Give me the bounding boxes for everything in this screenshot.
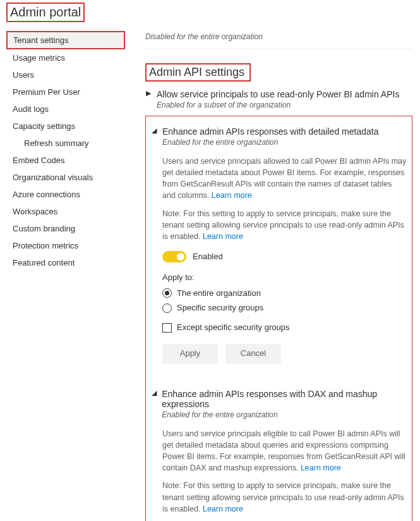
sidebar-item-protection-metrics[interactable]: Protection metrics (6, 237, 125, 254)
checkbox-except-groups[interactable]: Except specific security groups (162, 322, 407, 334)
enabled-toggle[interactable] (162, 251, 186, 262)
checkbox-icon (162, 323, 172, 333)
sidebar-item-refresh-summary[interactable]: Refresh summary (6, 135, 125, 152)
radio-icon (162, 288, 172, 298)
setting-note: Note: For this setting to apply to servi… (162, 480, 407, 514)
chevron-down-icon: ◢ (151, 389, 157, 397)
sidebar-item-workspaces[interactable]: Workspaces (6, 203, 125, 220)
radio-specific-groups[interactable]: Specific security groups (162, 302, 407, 314)
radio-icon (162, 303, 172, 313)
setting-title: Enhance admin APIs responses with DAX an… (162, 389, 407, 409)
learn-more-link[interactable]: Learn more (212, 191, 252, 200)
toggle-label: Enabled (193, 251, 223, 263)
sidebar-item-tenant-settings[interactable]: Tenant settings (6, 31, 125, 49)
page-title: Admin portal (6, 3, 85, 22)
disabled-note: Disabled for the entire organization (145, 31, 412, 49)
learn-more-link[interactable]: Learn more (203, 505, 243, 513)
chevron-down-icon: ◢ (151, 126, 157, 135)
sidebar-item-capacity-settings[interactable]: Capacity settings (6, 118, 125, 135)
sidebar-item-premium-per-user[interactable]: Premium Per User (6, 83, 125, 101)
setting-subtitle: Enabled for a subset of the organization (157, 101, 399, 109)
setting-note: Note: For this setting to apply to servi… (162, 208, 407, 242)
setting-description: Users and service principals eligible to… (162, 428, 407, 474)
chevron-right-icon: ▶ (145, 89, 152, 97)
setting-title: Allow service principals to use read-onl… (157, 89, 399, 99)
sidebar-item-audit-logs[interactable]: Audit logs (6, 101, 125, 118)
sidebar-item-embed-codes[interactable]: Embed Codes (6, 152, 125, 169)
sidebar-item-organizational-visuals[interactable]: Organizational visuals (6, 169, 125, 186)
apply-button[interactable]: Apply (162, 344, 218, 364)
main-panel: Disabled for the entire organization Adm… (125, 31, 414, 521)
learn-more-link[interactable]: Learn more (203, 232, 243, 241)
learn-more-link[interactable]: Learn more (301, 463, 341, 472)
cancel-button[interactable]: Cancel (225, 344, 281, 364)
setting-allow-service-principals[interactable]: ▶ Allow service principals to use read-o… (145, 82, 412, 112)
setting-subtitle: Enabled for the entire organization (162, 138, 378, 147)
setting-subtitle: Enabled for the entire organization (162, 410, 407, 419)
section-title-admin-api: Admin API settings (145, 63, 251, 82)
setting-enhance-dax[interactable]: ◢ Enhance admin APIs responses with DAX … (151, 381, 407, 422)
sidebar: Tenant settings Usage metrics Users Prem… (6, 31, 125, 521)
highlighted-panel: ◢ Enhance admin APIs responses with deta… (145, 116, 412, 521)
sidebar-item-custom-branding[interactable]: Custom branding (6, 220, 125, 237)
setting-description: Users and service principals allowed to … (162, 156, 407, 202)
setting-title: Enhance admin APIs responses with detail… (162, 126, 378, 137)
sidebar-item-users[interactable]: Users (6, 66, 125, 83)
radio-entire-org[interactable]: The entire organization (162, 288, 407, 300)
setting-enhance-metadata[interactable]: ◢ Enhance admin APIs responses with deta… (151, 119, 407, 149)
sidebar-item-featured-content[interactable]: Featured content (6, 254, 125, 271)
apply-to-label: Apply to: (162, 272, 407, 284)
sidebar-item-usage-metrics[interactable]: Usage metrics (6, 49, 125, 66)
sidebar-item-azure-connections[interactable]: Azure connections (6, 186, 125, 203)
